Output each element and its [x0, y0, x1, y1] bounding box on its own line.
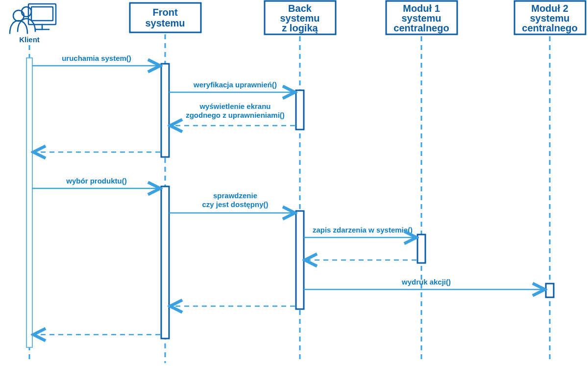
- svg-point-5: [13, 10, 24, 21]
- participant-mod1: Moduł 1 systemu centralnego: [386, 1, 457, 34]
- activation-mod1: [417, 235, 425, 263]
- svg-text:Moduł 2: Moduł 2: [531, 3, 568, 14]
- msg-weryfikacja-label: weryfikacja uprawnień(): [193, 80, 277, 89]
- actor-klient: Klient: [10, 4, 56, 44]
- svg-text:systemu: systemu: [145, 18, 185, 28]
- msg-ekran-label-1: wyświetlenie ekranu: [199, 102, 270, 110]
- sequence-diagram: Klient Front systemu Back systemu z logi…: [0, 0, 588, 366]
- msg-sprawdzenie-label-2: czy jest dostępny(): [202, 200, 268, 209]
- participant-front: Front systemu: [130, 3, 201, 32]
- svg-text:Back: Back: [288, 3, 312, 14]
- activation-front-2: [161, 186, 169, 339]
- participant-back: Back systemu z logiką: [265, 1, 336, 34]
- svg-text:systemu: systemu: [401, 13, 441, 24]
- participant-mod2: Moduł 2 systemu centralnego: [514, 1, 586, 34]
- svg-text:systemu: systemu: [280, 13, 319, 24]
- svg-text:Front: Front: [152, 7, 177, 18]
- msg-ekran-label-2: zgodnego z uprawnieniami(): [186, 111, 285, 119]
- svg-text:Moduł 1: Moduł 1: [403, 3, 440, 14]
- svg-text:centralnego: centralnego: [522, 23, 577, 33]
- msg-sprawdzenie-label-1: sprawdzenie: [213, 191, 257, 200]
- activation-mod2: [546, 284, 554, 297]
- activation-front-1: [161, 64, 169, 157]
- svg-text:z logiką: z logiką: [282, 23, 318, 33]
- activation-back-1: [296, 90, 304, 130]
- msg-wydruk-label: wydruk akcji(): [401, 278, 451, 286]
- activation-klient: [26, 58, 32, 347]
- user-icon: [10, 4, 56, 33]
- msg-uruchamia-label: uruchamia system(): [62, 54, 131, 62]
- svg-rect-1: [31, 7, 53, 21]
- svg-text:systemu: systemu: [530, 13, 569, 24]
- actor-label: Klient: [19, 35, 40, 44]
- msg-wybor-label: wybór produktu(): [66, 177, 126, 185]
- activation-back-2: [296, 211, 304, 309]
- msg-zapis-label: zapis zdarzenia w systemie(): [313, 226, 413, 234]
- svg-text:centralnego: centralnego: [393, 23, 449, 33]
